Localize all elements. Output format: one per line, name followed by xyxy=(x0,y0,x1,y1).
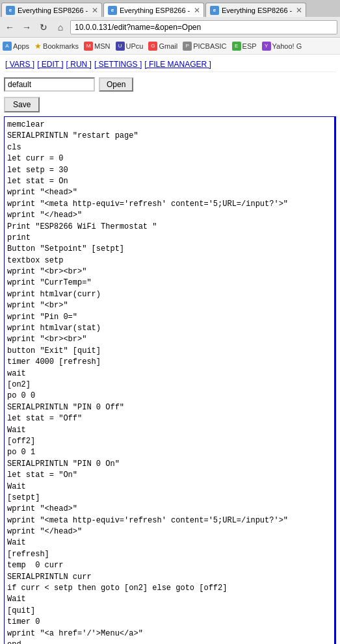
tab-close-2[interactable]: ✕ xyxy=(194,6,200,15)
browser-tab-3[interactable]: e Everything ESP8266 - ✕ xyxy=(205,3,306,17)
bookmark-apps[interactable]: A Apps xyxy=(3,42,29,51)
bookmark-yahoo-label: Yahoo! G xyxy=(272,42,302,50)
save-button[interactable]: Save xyxy=(4,97,40,112)
tab-close-1[interactable]: ✕ xyxy=(92,6,98,15)
bookmark-bookmarks-label: Bookmarks xyxy=(43,42,79,50)
bookmark-msn-label: MSN xyxy=(94,42,110,50)
reload-button[interactable]: ↻ xyxy=(36,20,51,34)
bookmark-yahoo-icon: Y xyxy=(262,42,271,51)
bookmark-gmail[interactable]: G Gmail xyxy=(148,42,177,51)
code-editor[interactable]: memclear SERIALPRINTLN "restart page" cl… xyxy=(4,116,336,644)
nav-filemanager[interactable]: [ FILE MANAGER ] xyxy=(144,60,211,69)
tab-favicon-1: e xyxy=(6,6,15,15)
bookmark-gmail-icon: G xyxy=(148,42,157,51)
bookmark-picbasic[interactable]: P PICBASIC xyxy=(183,42,226,51)
browser-tab-1[interactable]: e Everything ESP8266 - ✕ xyxy=(1,3,102,17)
tab-label-2: Everything ESP8266 - xyxy=(120,6,190,14)
bookmark-yahoo[interactable]: Y Yahoo! G xyxy=(262,42,302,51)
nav-settings[interactable]: [ SETTINGS ] xyxy=(94,60,142,69)
nav-vars[interactable]: [ VARS ] xyxy=(5,60,34,69)
bookmark-msn[interactable]: M MSN xyxy=(84,42,110,51)
tab-close-3[interactable]: ✕ xyxy=(296,6,302,15)
tab-label-3: Everything ESP8266 - xyxy=(222,6,292,14)
bookmark-picbasic-label: PICBASIC xyxy=(193,42,226,50)
bookmark-apps-icon: A xyxy=(3,42,12,51)
bookmark-msn-icon: M xyxy=(84,42,93,51)
nav-run[interactable]: [ RUN ] xyxy=(66,60,92,69)
tab-favicon-2: e xyxy=(108,6,117,15)
bookmark-esp[interactable]: E ESP xyxy=(232,42,257,51)
bookmark-upcu[interactable]: U UPcu xyxy=(116,42,144,51)
bookmarks-bar: A Apps ★ Bookmarks M MSN U UPcu G Gmail … xyxy=(0,38,340,55)
back-button[interactable]: ← xyxy=(3,20,17,34)
bookmark-esp-label: ESP xyxy=(242,42,257,50)
file-open-row: Open xyxy=(4,77,336,92)
tab-favicon-3: e xyxy=(210,6,219,15)
browser-nav: ← → ↻ ⌂ xyxy=(0,17,340,38)
nav-edit[interactable]: [ EDIT ] xyxy=(37,60,63,69)
bookmark-upcu-icon: U xyxy=(116,42,125,51)
bookmark-esp-icon: E xyxy=(232,42,241,51)
bookmark-picbasic-icon: P xyxy=(183,42,192,51)
browser-tab-2[interactable]: e Everything ESP8266 - ✕ xyxy=(103,3,204,17)
tab-label-1: Everything ESP8266 - xyxy=(18,6,88,14)
home-button[interactable]: ⌂ xyxy=(53,20,68,34)
bookmark-upcu-label: UPcu xyxy=(126,42,144,50)
browser-tabs: e Everything ESP8266 - ✕ e Everything ES… xyxy=(0,0,340,17)
page-content: [ VARS ] [ EDIT ] [ RUN ] [ SETTINGS ] [… xyxy=(0,55,340,644)
bookmark-bookmarks[interactable]: ★ Bookmarks xyxy=(34,42,79,51)
open-button[interactable]: Open xyxy=(99,77,133,92)
forward-button[interactable]: → xyxy=(20,20,34,34)
file-name-input[interactable] xyxy=(4,77,95,92)
bookmark-apps-label: Apps xyxy=(13,42,29,50)
bookmark-star-icon: ★ xyxy=(34,42,42,51)
bookmark-gmail-label: Gmail xyxy=(159,42,177,50)
address-bar[interactable] xyxy=(70,20,337,34)
nav-links: [ VARS ] [ EDIT ] [ RUN ] [ SETTINGS ] [… xyxy=(4,57,336,72)
